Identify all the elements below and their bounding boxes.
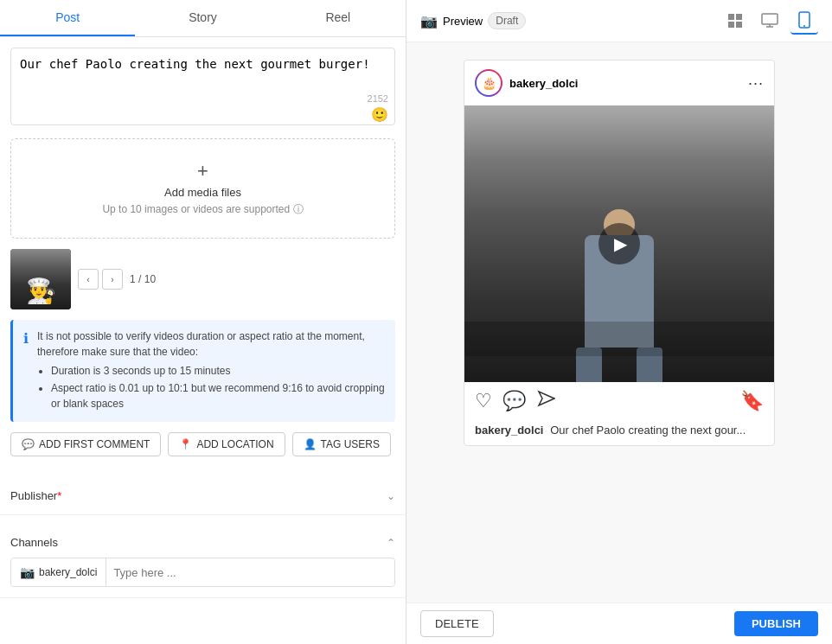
bookmark-icon[interactable]: 🔖 <box>740 390 764 412</box>
instagram-channel-icon: 📷 <box>20 565 35 579</box>
right-panel: 📷 Preview Draft 🎂 <box>406 0 832 644</box>
channels-label: Channels <box>10 536 58 549</box>
add-location-button[interactable]: 📍 ADD LOCATION <box>168 432 285 456</box>
info-box: ℹ It is not possible to verify videos du… <box>10 320 395 422</box>
ig-caption-username: bakery_dolci <box>475 424 544 437</box>
draft-badge: Draft <box>488 12 526 29</box>
ig-actions: ♡ 💬 🔖 <box>464 382 774 420</box>
mobile-icon[interactable] <box>790 7 818 35</box>
preview-header: 📷 Preview Draft <box>406 0 832 42</box>
comment-icon: 💬 <box>22 438 35 450</box>
svg-rect-3 <box>736 22 742 28</box>
channel-name: bakery_dolci <box>39 566 97 578</box>
info-icon: ℹ <box>23 330 29 413</box>
ig-card-header: 🎂 bakery_dolci ··· <box>464 61 774 105</box>
ig-caption-text: Our chef Paolo creating the next gour... <box>550 424 746 437</box>
publish-button[interactable]: PUBLISH <box>734 611 818 636</box>
tab-reel[interactable]: Reel <box>271 0 406 36</box>
device-icons <box>721 7 818 35</box>
page-count: 1 / 10 <box>130 273 156 285</box>
tab-story[interactable]: Story <box>135 0 270 36</box>
next-arrow[interactable]: › <box>102 269 123 290</box>
user-icon: 👤 <box>304 438 317 450</box>
caption-wrapper: Our chef Paolo creating the next gourmet… <box>10 48 395 128</box>
ig-avatar: 🎂 <box>475 69 502 97</box>
tabs-bar: Post Story Reel <box>0 0 406 37</box>
ig-avatar-inner: 🎂 <box>477 71 501 95</box>
play-button[interactable]: ▶ <box>598 223 640 265</box>
bottom-bar: DELETE PUBLISH <box>406 603 832 644</box>
tab-post[interactable]: Post <box>0 0 135 36</box>
media-upload-sublabel: Up to 10 images or videos are supported … <box>32 202 374 217</box>
thumbnail-row: 👨‍🍳 ‹ › 1 / 10 <box>10 249 395 309</box>
instagram-preview-icon: 📷 <box>420 13 438 29</box>
delete-button[interactable]: DELETE <box>420 610 494 637</box>
location-icon: 📍 <box>179 438 192 450</box>
svg-rect-2 <box>728 22 734 28</box>
publisher-section[interactable]: Publisher* ⌄ <box>0 477 406 515</box>
action-buttons: 💬 ADD FIRST COMMENT 📍 ADD LOCATION 👤 TAG… <box>10 432 395 456</box>
media-upload-label: Add media files <box>32 186 374 199</box>
left-panel: Post Story Reel Our chef Paolo creating … <box>0 0 406 644</box>
channel-text-input[interactable] <box>106 559 394 586</box>
share-icon[interactable] <box>536 389 555 413</box>
svg-rect-0 <box>728 14 734 20</box>
info-circle-icon: ⓘ <box>293 203 304 215</box>
channels-section: Channels ⌃ 📷 bakery_dolci <box>0 526 406 598</box>
media-upload-area[interactable]: + Add media files Up to 10 images or vid… <box>10 138 395 239</box>
preview-label-row: 📷 Preview Draft <box>420 12 526 29</box>
desktop-icon[interactable] <box>756 7 784 35</box>
prev-arrow[interactable]: ‹ <box>78 269 99 290</box>
nav-arrows: ‹ › 1 / 10 <box>78 269 156 290</box>
play-icon: ▶ <box>614 233 627 254</box>
thumbnail[interactable]: 👨‍🍳 <box>10 249 71 309</box>
svg-point-8 <box>803 25 805 27</box>
like-icon[interactable]: ♡ <box>475 390 492 412</box>
channels-chevron: ⌃ <box>387 537 395 549</box>
svg-rect-1 <box>736 14 742 20</box>
channel-badge: 📷 bakery_dolci <box>11 558 106 586</box>
plus-icon: + <box>32 160 374 182</box>
channel-input-row: 📷 bakery_dolci <box>10 558 395 587</box>
caption-count: 2152 <box>368 93 388 104</box>
comment-action-icon[interactable]: 💬 <box>502 390 526 412</box>
emoji-icon[interactable]: 🙂 <box>371 106 388 123</box>
required-asterisk: * <box>57 489 61 502</box>
ig-more-options[interactable]: ··· <box>748 74 764 92</box>
add-first-comment-button[interactable]: 💬 ADD FIRST COMMENT <box>10 432 161 456</box>
content-area: Our chef Paolo creating the next gourmet… <box>0 37 406 477</box>
ig-username: bakery_dolci <box>509 77 579 90</box>
caption-input[interactable]: Our chef Paolo creating the next gourmet… <box>10 48 395 125</box>
channels-header[interactable]: Channels ⌃ <box>10 536 395 549</box>
preview-text: Preview <box>443 15 483 28</box>
grid-icon[interactable] <box>721 7 749 35</box>
publisher-label: Publisher* <box>10 489 61 502</box>
preview-content: 🎂 bakery_dolci ··· ▶ <box>406 42 832 603</box>
publisher-chevron: ⌄ <box>387 490 395 502</box>
thumbnail-figure: 👨‍🍳 <box>26 277 56 305</box>
instagram-card: 🎂 bakery_dolci ··· ▶ <box>464 60 775 446</box>
info-text: It is not possible to verify videos dura… <box>37 328 385 413</box>
ig-image: ▶ <box>464 105 774 382</box>
svg-rect-4 <box>762 14 778 24</box>
ig-caption: bakery_dolci Our chef Paolo creating the… <box>464 420 774 445</box>
tag-users-button[interactable]: 👤 TAG USERS <box>292 432 391 456</box>
